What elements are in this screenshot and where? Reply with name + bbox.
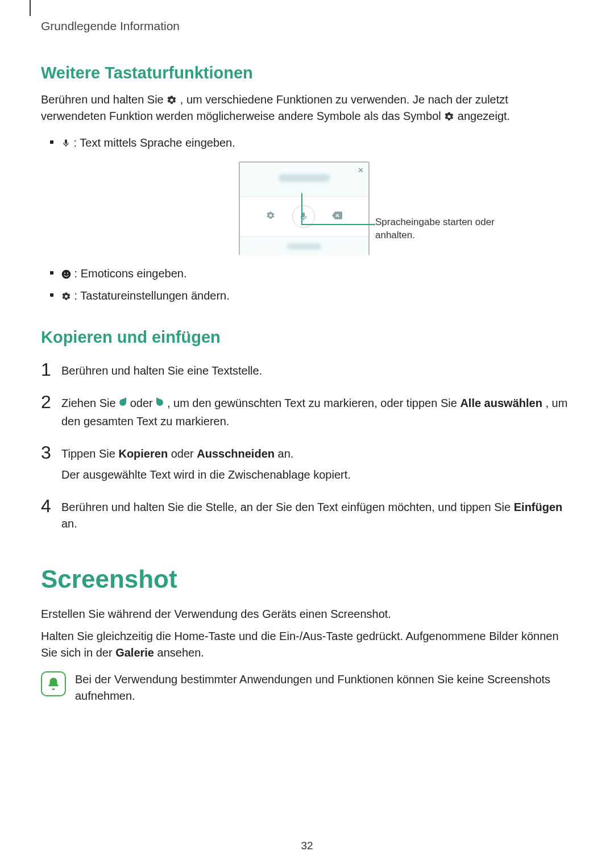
bullet-settings-label: : Tastatureinstellungen ändern. <box>74 289 230 302</box>
heading-copy-paste: Kopieren und einfügen <box>41 328 573 347</box>
voice-panel-blur-text <box>279 174 330 182</box>
step-3-d: an. <box>278 447 294 460</box>
step-2: 2 Ziehen Sie oder , um den gewünschten T… <box>41 393 573 430</box>
callout-text: Spracheingabe starten oder anhalten. <box>375 216 523 242</box>
selection-handle-right-icon <box>156 397 164 413</box>
step-3: 3 Tippen Sie Kopieren oder Ausschneiden … <box>41 443 573 483</box>
voice-panel-top: ✕ <box>240 163 368 197</box>
note-row: Bei der Verwendung bestimmter Anwendunge… <box>41 671 573 704</box>
bullet-dot-icon <box>50 271 53 275</box>
svg-point-2 <box>67 273 68 274</box>
step-2-post-a: , um den gewünschten Text zu markieren, … <box>167 397 460 409</box>
bullet-settings: : Tastatureinstellungen ändern. <box>50 288 573 304</box>
step-1-body: Berühren und halten Sie eine Textstelle. <box>61 360 262 379</box>
step-number-1: 1 <box>41 360 61 379</box>
step-3-a: Tippen Sie <box>61 447 118 460</box>
heading-keyboard-functions: Weitere Tastaturfunktionen <box>41 64 573 82</box>
note-text: Bei der Verwendung bestimmter Anwendunge… <box>75 671 573 704</box>
bullet-emoji-text: : Emoticons eingeben. <box>61 265 186 282</box>
step-3-c: oder <box>171 447 197 460</box>
page-number: 32 <box>301 840 313 852</box>
bullet-dot-icon <box>50 293 53 297</box>
microphone-icon <box>61 138 70 148</box>
voice-input-figure: ✕ Spracheingabe starten oder anhalten. <box>189 161 573 255</box>
step-3-b1: Kopieren <box>118 447 168 460</box>
step-1: 1 Berühren und halten Sie eine Textstell… <box>41 360 573 379</box>
svg-point-0 <box>62 270 71 279</box>
step-3-b2: Ausschneiden <box>197 447 275 460</box>
step-4: 4 Berühren und halten Sie die Stelle, an… <box>41 497 573 532</box>
intro-pre: Berühren und halten Sie <box>41 93 167 106</box>
gear-icon <box>266 211 275 222</box>
close-icon: ✕ <box>358 166 364 175</box>
selection-handle-left-icon <box>119 397 127 413</box>
backspace-icon <box>332 211 342 222</box>
voice-panel-mid <box>240 197 368 236</box>
step-4-b: Einfügen <box>514 501 563 513</box>
voice-panel: ✕ <box>239 161 370 255</box>
svg-point-1 <box>64 273 65 274</box>
step-2-bold: Alle auswählen <box>460 397 542 409</box>
top-rule <box>30 0 31 16</box>
step-4-a: Berühren und halten Sie die Stelle, an d… <box>61 501 514 513</box>
screenshot-p2: Halten Sie gleichzeitig die Home-Taste u… <box>41 628 573 661</box>
intro-post: angezeigt. <box>458 110 510 122</box>
gear-icon <box>167 95 177 105</box>
note-bell-icon <box>41 671 66 696</box>
step-3-body: Tippen Sie Kopieren oder Ausschneiden an… <box>61 443 351 483</box>
smiley-icon <box>61 269 71 279</box>
step-number-2: 2 <box>41 393 61 411</box>
voice-panel-bottom <box>240 236 368 255</box>
gear-icon <box>61 292 71 301</box>
gear-icon <box>444 111 454 122</box>
bullet-settings-text: : Tastatureinstellungen ändern. <box>61 288 230 304</box>
screenshot-p1: Erstellen Sie während der Verwendung des… <box>41 606 573 622</box>
step-number-3: 3 <box>41 443 61 462</box>
breadcrumb: Grundlegende Information <box>41 19 573 33</box>
voice-panel-blur-text-2 <box>287 243 321 250</box>
bullet-emoji: : Emoticons eingeben. <box>50 265 573 282</box>
screenshot-p2-bold: Galerie <box>115 646 154 659</box>
step-2-body: Ziehen Sie oder , um den gewünschten Tex… <box>61 393 573 430</box>
bullet-voice-label: : Text mittels Sprache eingeben. <box>74 136 235 149</box>
bullet-dot-icon <box>50 140 53 144</box>
step-3-sub: Der ausgewählte Text wird in die Zwische… <box>61 467 351 483</box>
bullet-voice-text: : Text mittels Sprache eingeben. <box>61 135 235 151</box>
intro-paragraph: Berühren und halten Sie , um verschieden… <box>41 92 573 124</box>
bullet-emoji-label: : Emoticons eingeben. <box>74 267 187 280</box>
step-4-c: an. <box>61 517 77 530</box>
step-2-pre: Ziehen Sie <box>61 397 119 409</box>
callout-leader-line <box>301 224 375 225</box>
bullet-voice: : Text mittels Sprache eingeben. <box>50 135 573 151</box>
manual-page: Grundlegende Information Weitere Tastatu… <box>0 0 614 868</box>
heading-screenshot: Screenshot <box>41 565 573 593</box>
step-number-4: 4 <box>41 497 61 515</box>
figure-callout: Spracheingabe starten oder anhalten. <box>375 216 523 242</box>
step-2-mid: oder <box>130 397 156 409</box>
step-4-body: Berühren und halten Sie die Stelle, an d… <box>61 497 573 532</box>
screenshot-p2-b: ansehen. <box>157 646 204 659</box>
